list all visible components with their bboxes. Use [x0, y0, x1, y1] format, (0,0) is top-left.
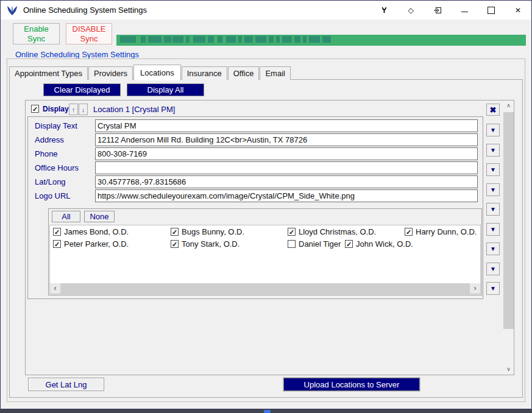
- redacted-text-block: [208, 36, 214, 43]
- dropdown-button[interactable]: ▼: [486, 124, 500, 136]
- disable-sync-button[interactable]: DISABLE Sync: [66, 23, 112, 44]
- dropdown-button[interactable]: ▼: [486, 203, 500, 216]
- provider-checkbox[interactable]: ✓: [345, 240, 353, 248]
- scroll-right-button[interactable]: ›: [470, 283, 480, 294]
- horizontal-scrollbar[interactable]: ‹ ›: [50, 283, 480, 294]
- provider-checkbox[interactable]: ✓: [171, 228, 179, 236]
- redacted-text-block: [255, 36, 266, 43]
- move-up-button[interactable]: ↑: [69, 104, 78, 115]
- dropdown-button[interactable]: ▼: [486, 183, 500, 196]
- provider-checkbox[interactable]: ✓: [53, 228, 61, 236]
- dropdown-button[interactable]: ▼: [486, 282, 500, 295]
- field-input-lat-long[interactable]: [95, 175, 478, 188]
- maximize-button[interactable]: [478, 1, 505, 19]
- redacted-text-block: [164, 36, 171, 43]
- provider-item: ✓Peter Parker, O.D.: [53, 239, 129, 249]
- redacted-text-block: [244, 36, 253, 43]
- enable-sync-button[interactable]: Enable Sync: [13, 23, 60, 44]
- display-all-button[interactable]: Display All: [127, 83, 204, 96]
- horizontal-scroll-thumb[interactable]: [60, 283, 470, 294]
- dropdown-button[interactable]: ▼: [486, 242, 500, 255]
- select-none-button[interactable]: None: [84, 211, 115, 222]
- clear-displayed-button[interactable]: Clear Displayed: [43, 83, 121, 96]
- provider-label: Tony Stark, O.D.: [182, 239, 239, 249]
- field-label-office-hours: Office Hours: [35, 163, 79, 172]
- provider-label: Daniel Tiger: [299, 239, 341, 249]
- provider-checkbox[interactable]: ✓: [53, 240, 61, 248]
- diamond-icon[interactable]: ◇: [397, 1, 424, 19]
- screen: Online Scheduling System Settings ◇ ✕ En…: [0, 0, 532, 413]
- provider-label: Peter Parker, O.D.: [64, 239, 129, 249]
- redacted-text-block: [226, 36, 236, 43]
- display-checkbox[interactable]: ✓: [31, 105, 39, 113]
- field-label-logo-url: Logo URL: [35, 191, 71, 200]
- provider-checkbox[interactable]: [288, 240, 296, 248]
- vertical-scroll-thumb[interactable]: [503, 112, 514, 329]
- field-input-logo-url[interactable]: [95, 189, 478, 202]
- provider-item: ✓Lloyd Christmas, O.D.: [288, 227, 376, 236]
- provider-item: ✓Harry Dunn, O.D.: [405, 227, 477, 236]
- dropdown-button[interactable]: ▼: [486, 144, 500, 157]
- redacted-text-block: [282, 36, 292, 43]
- redacted-text-block: [294, 36, 300, 43]
- field-label-lat-long: Lat/Long: [35, 177, 66, 186]
- titlebar: Online Scheduling System Settings ◇ ✕: [1, 1, 531, 19]
- vertical-scrollbar[interactable]: ∧ ∨: [503, 101, 514, 375]
- remove-location-button[interactable]: ✖: [486, 104, 500, 116]
- tab-insurance[interactable]: Insurance: [182, 66, 227, 80]
- tab-providers[interactable]: Providers: [88, 66, 133, 80]
- claw-tool-icon[interactable]: [371, 1, 397, 19]
- redacted-text-block: [218, 36, 222, 43]
- dropdown-button[interactable]: ▼: [486, 223, 500, 236]
- display-checkbox-label: Display: [43, 105, 69, 113]
- provider-checkbox[interactable]: ✓: [288, 228, 296, 236]
- scroll-left-button[interactable]: ‹: [50, 283, 60, 294]
- provider-label: James Bond, O.D.: [64, 227, 129, 236]
- tab-email[interactable]: Email: [260, 66, 291, 80]
- provider-item: Daniel Tiger: [288, 239, 341, 249]
- provider-label: John Wick, O.D.: [356, 239, 413, 249]
- redacted-text-block: [148, 36, 161, 43]
- field-input-address[interactable]: [95, 133, 478, 146]
- provider-item: ✓Tony Stark, O.D.: [171, 239, 239, 249]
- upload-locations-button[interactable]: Upload Locations to Server: [283, 378, 420, 391]
- scroll-up-button[interactable]: ∧: [503, 101, 514, 111]
- redacted-text-block: [186, 36, 190, 43]
- section-label: Online Scheduling System Settings: [15, 50, 139, 59]
- field-label-display-text: Display Text: [35, 121, 77, 130]
- redacted-text-block: [309, 36, 320, 43]
- field-input-office-hours[interactable]: [95, 161, 478, 174]
- provider-item: ✓Bugs Bunny, O.D.: [171, 227, 244, 236]
- redacted-text-block: [172, 36, 183, 43]
- provider-label: Bugs Bunny, O.D.: [182, 227, 244, 236]
- app-window: Online Scheduling System Settings ◇ ✕ En…: [0, 0, 532, 409]
- location-title: Location 1 [Crystal PM]: [93, 105, 175, 114]
- provider-label: Lloyd Christmas, O.D.: [299, 227, 376, 236]
- move-down-button[interactable]: ↓: [79, 104, 88, 115]
- scroll-down-button[interactable]: ∨: [503, 364, 514, 375]
- popout-window-icon[interactable]: [424, 1, 451, 19]
- field-input-phone[interactable]: [95, 147, 478, 160]
- providers-list: ‹ › ✓James Bond, O.D.✓Bugs Bunny, O.D.✓L…: [49, 225, 481, 294]
- redacted-text-block: [238, 36, 242, 43]
- taskbar-app-icon[interactable]: [264, 410, 271, 413]
- field-input-display-text[interactable]: [95, 119, 478, 132]
- dropdown-button[interactable]: ▼: [486, 163, 500, 176]
- tab-appointment-types[interactable]: Appointment Types: [9, 66, 88, 80]
- dropdown-button[interactable]: ▼: [486, 263, 500, 275]
- provider-checkbox[interactable]: ✓: [405, 228, 413, 236]
- provider-label: Harry Dunn, O.D.: [416, 227, 477, 236]
- redacted-text-block: [193, 36, 205, 43]
- close-button[interactable]: ✕: [505, 1, 531, 19]
- redacted-text-block: [269, 36, 274, 43]
- redacted-text-block: [141, 36, 146, 43]
- minimize-button[interactable]: [451, 1, 478, 19]
- get-latlng-button[interactable]: Get Lat Lng: [28, 378, 104, 391]
- field-label-phone: Phone: [35, 149, 58, 158]
- redacted-text-block: [303, 36, 307, 43]
- tab-office[interactable]: Office: [228, 66, 260, 80]
- select-all-button[interactable]: All: [52, 211, 80, 222]
- tab-locations[interactable]: Locations: [133, 65, 181, 80]
- provider-checkbox[interactable]: ✓: [171, 240, 179, 248]
- sync-progress-bar: [116, 35, 526, 46]
